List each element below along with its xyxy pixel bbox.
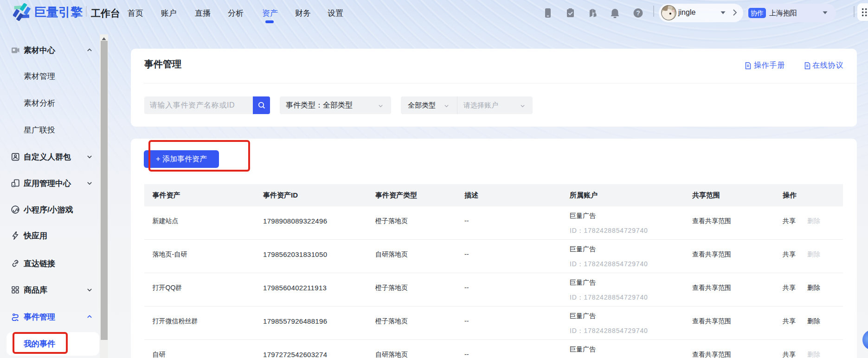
svg-text:?: ? (636, 9, 640, 17)
